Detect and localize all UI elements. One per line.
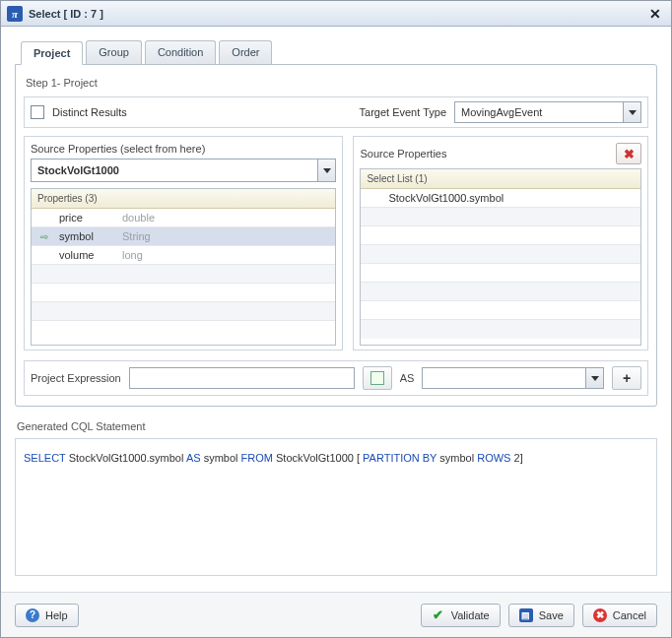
close-icon[interactable]: ✕ bbox=[645, 6, 665, 22]
calculator-icon bbox=[370, 371, 384, 385]
target-event-label: Target Event Type bbox=[360, 106, 446, 118]
select-list-row-empty bbox=[361, 245, 640, 264]
select-list-grid: Select List (1) StockVolGt1000.symbol bbox=[360, 168, 641, 346]
step-label: Step 1- Project bbox=[26, 77, 648, 89]
title-bar: π Select [ ID : 7 ] ✕ bbox=[1, 1, 671, 27]
validate-button[interactable]: ✔ Validate bbox=[421, 604, 501, 627]
as-alias-select[interactable] bbox=[422, 367, 604, 389]
property-row-empty bbox=[32, 321, 335, 340]
cancel-icon: ✖ bbox=[593, 608, 607, 622]
select-list-row-empty bbox=[361, 320, 640, 339]
source-entity-value: StockVolGt1000 bbox=[32, 164, 317, 176]
dialog-window: π Select [ ID : 7 ] ✕ Project Group Cond… bbox=[0, 0, 672, 638]
property-row[interactable]: ⇨ symbol String bbox=[32, 227, 335, 246]
add-button[interactable]: + bbox=[612, 366, 641, 390]
project-expression-input[interactable] bbox=[129, 367, 355, 389]
target-event-value: MovingAvgEvent bbox=[455, 106, 623, 118]
source-left-title: Source Properties (select from here) bbox=[31, 143, 205, 155]
top-options-row: Distinct Results Target Event Type Movin… bbox=[24, 96, 648, 128]
as-label: AS bbox=[400, 372, 415, 384]
generated-cql-label: Generated CQL Statement bbox=[17, 420, 657, 432]
source-entity-select[interactable]: StockVolGt1000 bbox=[31, 159, 336, 182]
help-button[interactable]: ? Help bbox=[15, 604, 79, 627]
select-list-header: Select List (1) bbox=[361, 169, 640, 189]
arrow-right-icon: ⇨ bbox=[40, 231, 48, 242]
cancel-button[interactable]: ✖ Cancel bbox=[582, 604, 657, 627]
tab-group[interactable]: Group bbox=[86, 40, 142, 64]
source-properties-left-panel: Source Properties (select from here) Sto… bbox=[24, 136, 343, 351]
dialog-footer: ? Help ✔ Validate ▤ Save ✖ Cancel bbox=[1, 592, 671, 637]
project-expression-label: Project Expression bbox=[31, 372, 121, 384]
pi-icon: π bbox=[7, 6, 23, 22]
properties-grid: Properties (3) price double ⇨ symbol Str… bbox=[31, 188, 336, 346]
generated-cql-box: SELECT StockVolGt1000.symbol AS symbol F… bbox=[15, 438, 657, 576]
target-event-select[interactable]: MovingAvgEvent bbox=[454, 101, 641, 123]
tab-condition[interactable]: Condition bbox=[145, 40, 216, 64]
select-list-row-empty bbox=[361, 264, 640, 283]
distinct-checkbox[interactable] bbox=[31, 105, 44, 119]
chevron-down-icon[interactable] bbox=[317, 160, 335, 181]
distinct-label: Distinct Results bbox=[52, 106, 127, 118]
property-row-empty bbox=[32, 265, 335, 284]
check-icon: ✔ bbox=[432, 608, 445, 622]
source-right-title: Source Properties bbox=[360, 148, 446, 160]
property-row-empty bbox=[32, 302, 335, 321]
chevron-down-icon[interactable] bbox=[623, 102, 640, 122]
tab-strip: Project Group Condition Order bbox=[21, 40, 657, 64]
property-row[interactable]: price double bbox=[32, 209, 335, 227]
window-title: Select [ ID : 7 ] bbox=[29, 8, 103, 20]
chevron-down-icon[interactable] bbox=[585, 368, 603, 388]
select-list-row-empty bbox=[361, 283, 640, 301]
tab-panel-project: Step 1- Project Distinct Results Target … bbox=[15, 64, 657, 407]
project-expression-row: Project Expression AS + bbox=[24, 360, 648, 396]
select-list-row[interactable]: StockVolGt1000.symbol bbox=[361, 189, 640, 208]
source-properties-right-panel: Source Properties ✖ Select List (1) Stoc… bbox=[353, 136, 648, 351]
expression-builder-button[interactable] bbox=[363, 366, 392, 390]
select-list-row-empty bbox=[361, 301, 640, 320]
x-icon: ✖ bbox=[624, 147, 635, 161]
tab-project[interactable]: Project bbox=[21, 41, 83, 65]
disk-icon: ▤ bbox=[519, 608, 533, 622]
save-button[interactable]: ▤ Save bbox=[508, 604, 574, 627]
tab-order[interactable]: Order bbox=[219, 40, 272, 64]
property-row-empty bbox=[32, 284, 335, 302]
help-icon: ? bbox=[26, 608, 39, 622]
delete-button[interactable]: ✖ bbox=[616, 143, 641, 164]
property-row[interactable]: volume long bbox=[32, 246, 335, 265]
select-list-row-empty bbox=[361, 226, 640, 245]
select-list-row-empty bbox=[361, 208, 640, 226]
properties-grid-header: Properties (3) bbox=[32, 189, 335, 209]
